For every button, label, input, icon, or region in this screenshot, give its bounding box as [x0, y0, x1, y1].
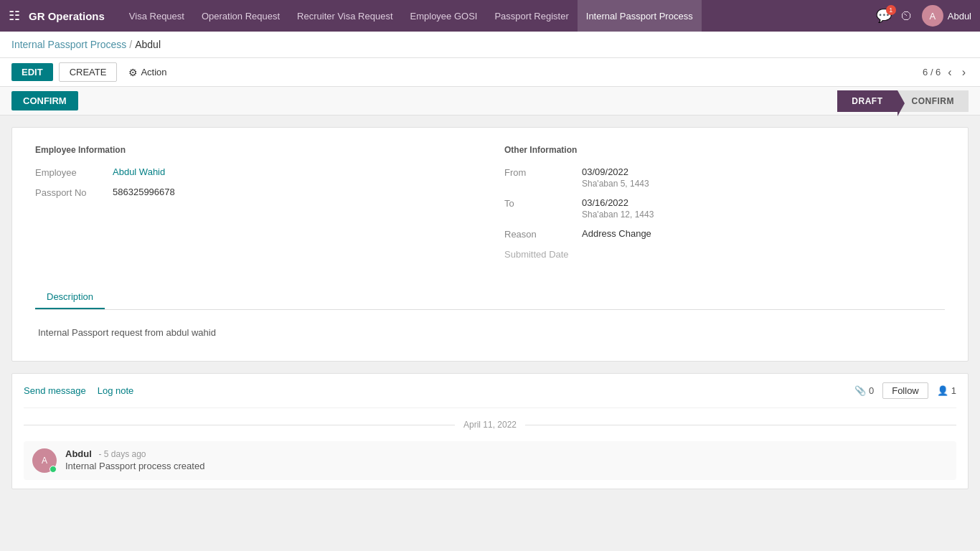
to-row: To 03/16/2022 Sha'aban 12, 1443: [504, 197, 945, 220]
reason-row: Reason Address Change: [504, 228, 945, 240]
clock-icon[interactable]: ⏲: [900, 9, 913, 24]
from-value-group: 03/09/2022 Sha'aban 5, 1443: [582, 166, 649, 189]
action-button[interactable]: ⚙ Action: [123, 63, 172, 82]
chatter-actions: Send message Log note 📎 0 Follow 👤 1: [24, 382, 956, 408]
top-navigation: ☷ GR Operations Visa Request Operation R…: [0, 0, 980, 32]
other-section: Other Information From 03/09/2022 Sha'ab…: [504, 145, 945, 268]
pager-current: 6: [923, 67, 928, 77]
follower-count: 👤 1: [937, 385, 956, 396]
form-card: Employee Information Employee Abdul Wahi…: [11, 127, 969, 362]
nav-operation-request[interactable]: Operation Request: [193, 0, 288, 32]
description-content: Internal Passport request from abdul wah…: [35, 321, 945, 344]
breadcrumb: Internal Passport Process / Abdul: [0, 32, 980, 58]
online-status-indicator: [50, 466, 57, 473]
pager-text: 6 / 6: [923, 67, 941, 77]
date-text: April 11, 2022: [463, 420, 517, 430]
confirm-button-left[interactable]: CONFIRM: [11, 91, 78, 110]
tab-description[interactable]: Description: [35, 286, 105, 309]
main-content: Employee Information Employee Abdul Wahi…: [0, 116, 980, 551]
nav-internal-passport[interactable]: Internal Passport Process: [578, 0, 702, 32]
employee-row: Employee Abdul Wahid: [35, 166, 476, 178]
submitted-label: Submitted Date: [504, 248, 576, 260]
attachment-count: 📎 0: [854, 385, 874, 396]
from-row: From 03/09/2022 Sha'aban 5, 1443: [504, 166, 945, 189]
nav-visa-request[interactable]: Visa Request: [121, 0, 193, 32]
follow-button[interactable]: Follow: [882, 382, 928, 399]
passport-value: 586325996678: [113, 187, 175, 197]
other-section-title: Other Information: [504, 145, 945, 155]
action-label: Action: [141, 67, 166, 77]
breadcrumb-separator: /: [129, 39, 132, 50]
description-text: Internal Passport request from abdul wah…: [38, 327, 216, 338]
user-menu[interactable]: A Abdul: [922, 5, 971, 27]
breadcrumb-current: Abdul: [135, 39, 161, 50]
user-avatar: A: [922, 5, 943, 27]
from-label: From: [504, 166, 576, 178]
person-icon: 👤: [937, 385, 948, 396]
message-author: Abdul: [65, 448, 92, 459]
nav-passport-register[interactable]: Passport Register: [486, 0, 577, 32]
reason-label: Reason: [504, 228, 576, 240]
date-divider: April 11, 2022: [24, 420, 956, 430]
passport-label: Passport No: [35, 187, 107, 198]
message-avatar: A: [32, 448, 57, 473]
notification-icon[interactable]: 💬 1: [876, 8, 892, 24]
chatter-right: 📎 0 Follow 👤 1: [854, 382, 956, 399]
grid-icon[interactable]: ☷: [9, 8, 20, 24]
workflow-step-draft: DRAFT: [837, 90, 897, 112]
to-hijri: Sha'aban 12, 1443: [582, 209, 654, 220]
action-bar: EDIT CREATE ⚙ Action 6 / 6 ‹ ›: [0, 58, 980, 87]
to-value-group: 03/16/2022 Sha'aban 12, 1443: [582, 197, 654, 220]
breadcrumb-parent[interactable]: Internal Passport Process: [11, 39, 126, 50]
form-sections: Employee Information Employee Abdul Wahi…: [35, 145, 945, 268]
to-date: 03/16/2022: [582, 197, 654, 208]
employee-section-title: Employee Information: [35, 145, 476, 155]
follower-number: 1: [951, 385, 956, 396]
nav-links: Visa Request Operation Request Recruiter…: [121, 0, 873, 32]
employee-section: Employee Information Employee Abdul Wahi…: [35, 145, 476, 268]
reason-value: Address Change: [582, 228, 651, 239]
message-body: Abdul - 5 days ago Internal Passport pro…: [65, 448, 204, 471]
workflow-step-confirm: CONFIRM: [897, 90, 969, 112]
workflow-left: CONFIRM: [11, 91, 78, 110]
nav-employee-gosi[interactable]: Employee GOSI: [402, 0, 486, 32]
edit-button[interactable]: EDIT: [11, 63, 53, 81]
notification-badge: 1: [886, 5, 896, 15]
gear-icon: ⚙: [128, 67, 138, 78]
pager: 6 / 6 ‹ ›: [923, 66, 969, 79]
send-message-button[interactable]: Send message: [24, 385, 86, 396]
message-text: Internal Passport process created: [65, 461, 204, 471]
to-label: To: [504, 197, 576, 209]
from-date: 03/09/2022: [582, 166, 649, 177]
message-item: A Abdul - 5 days ago Internal Passport p…: [24, 441, 956, 480]
attachment-number: 0: [869, 385, 874, 396]
pager-next[interactable]: ›: [959, 66, 969, 79]
paperclip-icon: 📎: [854, 385, 866, 396]
chatter: Send message Log note 📎 0 Follow 👤 1 Apr…: [11, 373, 969, 489]
create-button[interactable]: CREATE: [59, 62, 118, 82]
tab-bar: Description: [35, 286, 945, 310]
employee-label: Employee: [35, 166, 107, 178]
workflow-bar: CONFIRM DRAFT CONFIRM: [0, 87, 980, 116]
nav-recruiter-visa-request[interactable]: Recruiter Visa Request: [288, 0, 401, 32]
nav-right-area: 💬 1 ⏲ A Abdul: [876, 5, 971, 27]
brand-name: GR Operations: [29, 10, 105, 22]
from-hijri: Sha'aban 5, 1443: [582, 179, 649, 189]
passport-row: Passport No 586325996678: [35, 187, 476, 198]
user-name: Abdul: [948, 11, 971, 22]
pager-total: 6: [936, 67, 941, 77]
log-note-button[interactable]: Log note: [98, 385, 134, 396]
message-header: Abdul - 5 days ago: [65, 448, 204, 459]
message-time: - 5 days ago: [98, 449, 146, 459]
workflow-steps: DRAFT CONFIRM: [837, 90, 969, 112]
pager-prev[interactable]: ‹: [945, 66, 954, 79]
employee-value[interactable]: Abdul Wahid: [113, 166, 165, 177]
submitted-row: Submitted Date: [504, 248, 945, 260]
